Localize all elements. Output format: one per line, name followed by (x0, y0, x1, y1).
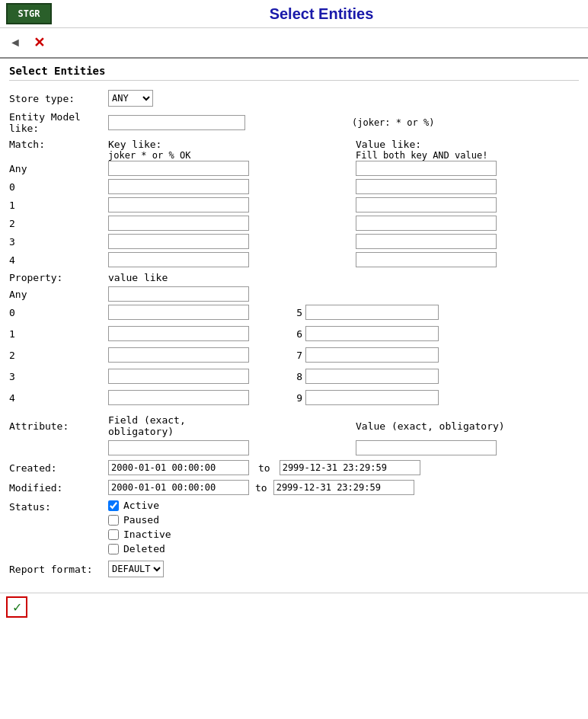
status-checkbox-deleted[interactable] (108, 544, 119, 554)
status-label-deleted: Deleted (123, 543, 165, 554)
match-val-1[interactable] (356, 197, 497, 213)
match-label-3: 3 (9, 236, 108, 248)
entity-model-label: Entity Model like: (9, 111, 108, 134)
prop-row-p0: 0 (9, 305, 249, 320)
prop-label-p8: 8 (280, 371, 302, 382)
created-to-input[interactable]: 2999-12-31 23:29:59 (280, 460, 420, 475)
prop-input-p6[interactable] (305, 326, 439, 341)
toolbar: ◄ ✕ (0, 28, 588, 59)
report-format-row: Report format: DEFAULT BRIEF FULL (9, 561, 579, 577)
prop-row-p7: 7 (280, 347, 439, 363)
content: Select Entities Store type: ANY TYPE1 TY… (0, 59, 588, 593)
status-option-deleted[interactable]: Deleted (108, 543, 171, 554)
prop-label-p1: 1 (9, 328, 108, 340)
back-button[interactable]: ◄ (6, 34, 24, 51)
match-key-3[interactable] (108, 234, 249, 249)
prop-row-p6: 6 (280, 326, 439, 341)
status-label: Status: (9, 501, 108, 513)
bottom-bar: ✓ (0, 593, 588, 621)
attribute-value-input[interactable] (356, 440, 497, 455)
entity-model-hint: (joker: * or %) (352, 117, 434, 128)
match-val-3[interactable] (356, 234, 497, 249)
match-row-4: 4 (9, 252, 579, 267)
status-options: Active Paused Inactive Deleted (108, 500, 171, 554)
property-subheading: value like (108, 272, 168, 283)
match-val-any[interactable] (356, 161, 497, 176)
match-row-0: 0 (9, 179, 579, 194)
status-checkbox-active[interactable] (108, 500, 119, 511)
match-row-any: Any (9, 161, 579, 176)
store-type-label: Store type: (9, 93, 108, 104)
prop-label-p7: 7 (280, 350, 302, 361)
match-label-1: 1 (9, 200, 108, 211)
match-key-4[interactable] (108, 252, 249, 267)
prop-label-p4: 4 (9, 392, 108, 404)
prop-input-p7[interactable] (305, 347, 439, 363)
status-option-inactive[interactable]: Inactive (108, 529, 171, 540)
modified-to-input[interactable]: 2999-12-31 23:29:59 (273, 480, 414, 495)
match-val-0[interactable] (356, 179, 497, 194)
match-val-2[interactable] (356, 216, 497, 231)
modified-from-input[interactable]: 2000-01-01 00:00:00 (108, 480, 249, 495)
logo: STGR (6, 3, 52, 24)
created-row: Created: 2000-01-01 00:00:00 to 2999-12-… (9, 460, 579, 475)
prop-row-p4: 4 (9, 390, 249, 405)
prop-input-p8[interactable] (305, 369, 439, 384)
prop-input-p4[interactable] (108, 390, 249, 405)
prop-input-p9[interactable] (305, 390, 439, 405)
section-title: Select Entities (9, 65, 579, 81)
modified-to-label: to (255, 482, 267, 494)
prop-row-p1: 1 (9, 326, 249, 341)
created-from-input[interactable]: 2000-01-01 00:00:00 (108, 460, 249, 475)
match-val-4[interactable] (356, 252, 497, 267)
store-type-select[interactable]: ANY TYPE1 TYPE2 (108, 90, 153, 107)
prop-label-p5: 5 (280, 307, 302, 318)
status-checkbox-paused[interactable] (108, 515, 119, 526)
logo-text: STGR (18, 8, 40, 19)
prop-input-any[interactable] (108, 286, 249, 302)
match-label: Match: (9, 139, 108, 150)
prop-input-p1[interactable] (108, 326, 249, 341)
modified-label: Modified: (9, 482, 108, 494)
prop-input-p3[interactable] (108, 369, 249, 384)
match-label-0: 0 (9, 181, 108, 193)
close-button[interactable]: ✕ (30, 33, 48, 53)
match-key-2[interactable] (108, 216, 249, 231)
attribute-field-label: Field (exact, obligatory) (108, 414, 249, 437)
entity-model-input[interactable] (108, 115, 245, 130)
prop-row-p2: 2 (9, 347, 249, 363)
report-format-label: Report format: (9, 564, 108, 575)
match-key-0[interactable] (108, 179, 249, 194)
match-label-2: 2 (9, 218, 108, 229)
joker-hint: joker * or % OK (108, 150, 249, 161)
store-type-row: Store type: ANY TYPE1 TYPE2 (9, 90, 579, 107)
prop-label-p6: 6 (280, 328, 302, 340)
prop-label-p0: 0 (9, 307, 108, 318)
prop-label-p2: 2 (9, 350, 108, 361)
attribute-value-label: Value (exact, obligatory) (356, 420, 505, 432)
confirm-button[interactable]: ✓ (6, 596, 27, 618)
page-title: Select Entities (61, 5, 582, 23)
prop-input-p0[interactable] (108, 305, 249, 320)
match-key-1[interactable] (108, 197, 249, 213)
status-option-active[interactable]: Active (108, 500, 171, 511)
prop-row-any: Any (9, 286, 579, 302)
match-label-any: Any (9, 163, 108, 174)
prop-input-p2[interactable] (108, 347, 249, 363)
prop-row-p9: 9 (280, 390, 439, 405)
key-like-label: Key like: (108, 139, 249, 150)
created-label: Created: (9, 462, 108, 474)
status-checkbox-inactive[interactable] (108, 529, 119, 540)
prop-input-p5[interactable] (305, 305, 439, 320)
status-option-paused[interactable]: Paused (108, 514, 171, 526)
header: STGR Select Entities (0, 0, 588, 28)
prop-row-p5: 5 (280, 305, 439, 320)
status-label-paused: Paused (123, 514, 159, 526)
match-key-any[interactable] (108, 161, 249, 176)
match-row-2: 2 (9, 216, 579, 231)
prop-label-any: Any (9, 289, 108, 300)
prop-row-p3: 3 (9, 369, 249, 384)
prop-row-p8: 8 (280, 369, 439, 384)
report-format-select[interactable]: DEFAULT BRIEF FULL (108, 561, 164, 577)
attribute-field-input[interactable] (108, 440, 249, 455)
